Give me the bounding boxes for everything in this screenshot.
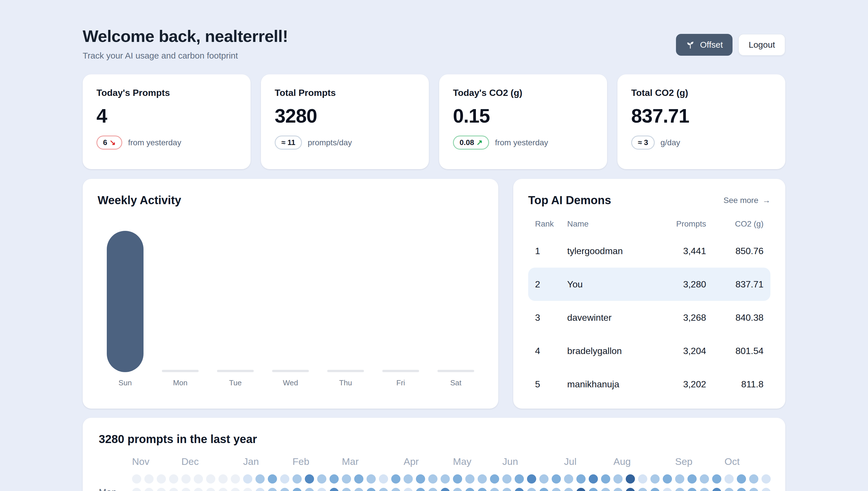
heatmap-cell [638,488,647,491]
prompts-cell: 3,268 [653,312,706,323]
heatmap-cell [268,474,277,484]
leaderboard-row[interactable]: 4 bradelygallon 3,204 801.54 [528,334,770,368]
heatmap-cell [293,488,302,491]
heatmap-cell [391,488,400,491]
see-more-link[interactable]: See more → [724,196,770,205]
heatmap-cell [465,474,475,484]
heatmap-cell [305,474,314,484]
heatmap-cell [243,474,252,484]
heatmap-cell [724,474,734,484]
co2-cell: 801.54 [706,346,764,356]
heatmap-cell [576,488,586,491]
stat-badge: 0.08↗ [453,136,489,150]
bar-area [327,229,364,372]
heatmap-cell [737,474,746,484]
offset-button[interactable]: Offset [676,34,732,56]
chart-column: Sun [98,229,153,387]
heatmap-cell [552,474,561,484]
heatmap-cell [416,488,425,491]
name-cell: bradelygallon [567,346,653,356]
leaderboard-panel: Top AI Demons See more → RankNamePrompts… [513,179,785,409]
month-label: Oct [724,456,740,467]
heatmap-cell [144,474,154,484]
heatmap-cell [651,488,660,491]
chart-column: Sat [428,229,483,387]
heatmap-cell [317,488,326,491]
stat-label: Total Prompts [275,88,415,98]
heatmap-month-labels: NovDecJanFebMarAprMayJunJulAugSepOct [99,456,769,471]
stat-caption: from yesterday [495,138,548,147]
day-label: Thu [339,378,352,387]
heatmap-cell [675,474,684,484]
bar-area [162,229,199,372]
prompts-cell: 3,204 [653,346,706,356]
heatmap-cell [157,488,166,491]
heatmap-cell [305,488,314,491]
heatmap-cell [576,474,586,484]
heatmap-cell [391,474,400,484]
arrow-right-icon: → [762,196,770,205]
stat-footer: 0.08↗ from yesterday [453,136,593,150]
prompts-cell: 3,441 [653,246,706,256]
heatmap-row [99,474,769,484]
heatmap-cell [515,488,524,491]
stat-badge-value: 0.08 [459,138,474,147]
month-label: Jul [564,456,576,467]
heatmap-cell [194,488,203,491]
heatmap-cell [687,488,697,491]
heatmap-cell [231,474,240,484]
logout-button-label: Logout [749,40,775,49]
stat-card: Total CO2 (g) 837.71 ≈ 3 g/day [618,75,785,169]
stat-badge-value: ≈ 3 [638,138,648,147]
bar-empty [272,370,309,372]
stat-value: 4 [96,105,237,127]
rank-cell: 4 [535,346,567,356]
stat-footer: 6↘ from yesterday [96,136,237,150]
heatmap-cell [749,474,758,484]
bar-area [272,229,309,372]
heatmap-cell [132,474,141,484]
weekly-activity-chart: Sun Mon Tue Wed Thu Fri Sat [98,229,483,387]
heatmap-cell [206,488,215,491]
heatmap-cell [539,474,548,484]
leaderboard-row[interactable]: 3 davewinter 3,268 840.38 [528,301,770,334]
logout-button[interactable]: Logout [738,34,785,56]
heatmap-cell [317,474,326,484]
heatmap-cell [428,488,438,491]
month-label: May [453,456,471,467]
bar-empty [327,370,364,372]
stat-label: Today's CO2 (g) [453,88,593,98]
leaderboard-title: Top AI Demons [528,194,611,207]
heatmap-cell [749,488,758,491]
weekly-activity-title: Weekly Activity [98,194,483,207]
heatmap-cell [218,474,228,484]
heatmap-cell [416,474,425,484]
heatmap-cell [601,488,610,491]
heatmap-cell [330,488,339,491]
heatmap-cell [478,474,487,484]
bar-empty [162,370,199,372]
leaderboard-header: Top AI Demons See more → [528,194,770,207]
heatmap-cell [527,488,536,491]
heatmap-grid: Mon [99,474,769,491]
heatmap-cell [256,488,265,491]
stat-badge: ≈ 11 [275,136,302,150]
stat-badge: 6↘ [96,136,122,150]
rank-cell: 2 [535,279,567,290]
name-cell: You [567,279,653,290]
dashboard-app: Welcome back, nealterrell! Track your AI… [0,0,868,491]
stat-card: Today's CO2 (g) 0.15 0.08↗ from yesterda… [439,75,607,169]
heatmap-cell [342,474,351,484]
leaderboard-row[interactable]: 2 You 3,280 837.71 [528,268,770,301]
leaderboard-row[interactable]: 5 manikhanuja 3,202 811.8 [528,368,770,401]
stat-badge: ≈ 3 [631,136,655,150]
heatmap-cell [687,474,697,484]
heatmap-cell [366,488,376,491]
heatmap-cell [366,474,376,484]
month-label: Jun [502,456,518,467]
page-subtitle: Track your AI usage and carbon footprint [83,51,288,61]
month-label: Jan [243,456,259,467]
heatmap-cell [601,474,610,484]
leaderboard-row[interactable]: 1 tylergoodman 3,441 850.76 [528,234,770,268]
prompts-cell: 3,202 [653,379,706,389]
